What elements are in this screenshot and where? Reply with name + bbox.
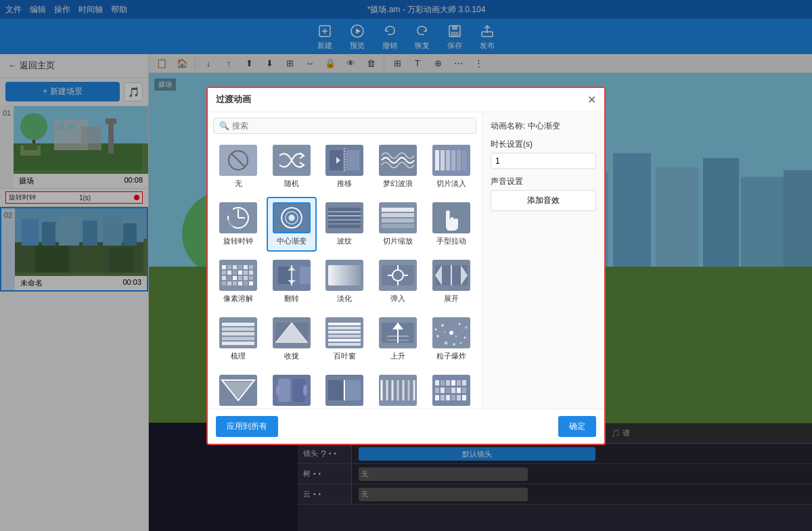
svg-rect-173 [451, 380, 455, 386]
svg-rect-55 [346, 150, 359, 170]
svg-rect-136 [328, 343, 361, 346]
props-panel: 动画名称: 中心渐变 时长设置(s) 声音设置 添加音效 [482, 112, 604, 409]
effect-random[interactable]: 随机 [267, 139, 317, 194]
anim-name-label: 动画名称: 中心渐变 [491, 120, 596, 132]
effect-clock[interactable]: 旋转时钟 [213, 197, 264, 252]
svg-rect-131 [328, 323, 361, 325]
effect-pixel[interactable]: 像素溶解 [213, 254, 264, 309]
effect-particle[interactable]: 粒子爆炸 [426, 312, 476, 367]
effect-22[interactable] [267, 369, 317, 409]
svg-point-142 [449, 331, 453, 335]
effect-21[interactable] [213, 369, 264, 409]
svg-rect-90 [233, 271, 237, 275]
svg-rect-80 [382, 224, 414, 228]
svg-rect-107 [300, 267, 311, 284]
effect-shrink[interactable]: 切片缩放 [373, 197, 424, 252]
effect-shrink-icon [379, 202, 417, 233]
apply-all-button[interactable]: 应用到所有 [216, 416, 278, 437]
svg-point-144 [458, 323, 460, 325]
svg-rect-100 [222, 281, 226, 285]
effect-21-icon [219, 375, 257, 406]
effect-clock-icon [219, 202, 257, 233]
svg-rect-96 [233, 276, 237, 280]
svg-point-158 [276, 385, 280, 396]
effect-flip[interactable]: 翻转 [267, 254, 317, 309]
search-input[interactable] [232, 121, 470, 131]
effect-particle-label: 粒子爆炸 [436, 351, 466, 361]
svg-rect-122 [222, 323, 254, 326]
modal-close-button[interactable]: ✕ [587, 93, 596, 106]
confirm-button[interactable]: 确定 [558, 416, 596, 437]
effect-fade-icon [325, 260, 363, 291]
svg-rect-184 [446, 395, 450, 400]
duration-label: 时长设置(s) [491, 139, 596, 150]
svg-rect-101 [227, 281, 231, 285]
effect-hand[interactable]: 手型拉动 [426, 197, 476, 252]
effect-gather[interactable]: 收拢 [267, 312, 317, 367]
svg-rect-187 [462, 395, 466, 400]
effect-blinds-icon [325, 317, 363, 348]
effect-rise-icon [379, 317, 417, 348]
svg-point-150 [434, 328, 436, 330]
modal-body: 🔍 无 随机 [208, 112, 604, 409]
svg-rect-95 [227, 276, 231, 280]
effect-center-label: 中心渐变 [277, 236, 307, 246]
effect-fade[interactable]: 淡化 [319, 254, 370, 309]
effect-ripple[interactable]: 波纹 [319, 197, 370, 252]
effect-rise[interactable]: 上升 [373, 312, 424, 367]
svg-rect-125 [222, 337, 254, 340]
effect-gather-label: 收拢 [284, 351, 299, 361]
effect-bounce[interactable]: 弹入 [373, 254, 424, 309]
svg-rect-59 [441, 150, 445, 170]
svg-rect-88 [222, 271, 226, 275]
svg-rect-92 [244, 271, 248, 275]
effect-wave[interactable]: 梦幻波浪 [373, 139, 424, 194]
modal-header: 过渡动画 ✕ [208, 88, 604, 112]
effect-random-label: 随机 [284, 179, 299, 189]
svg-rect-85 [238, 265, 242, 269]
effect-slice-fade-label: 切片淡入 [436, 179, 466, 189]
transition-modal: 过渡动画 ✕ 🔍 无 [206, 87, 606, 445]
effect-shrink-label: 切片缩放 [383, 236, 413, 246]
svg-rect-132 [328, 327, 361, 329]
effect-unfold-icon [432, 260, 470, 291]
effect-slice-fade[interactable]: 切片淡入 [426, 139, 476, 194]
effect-none[interactable]: 无 [213, 139, 264, 194]
svg-rect-105 [249, 281, 253, 285]
search-box: 🔍 [213, 118, 476, 134]
svg-rect-72 [328, 208, 361, 228]
svg-rect-99 [249, 276, 253, 280]
svg-rect-106 [278, 267, 290, 284]
svg-rect-102 [233, 281, 237, 285]
svg-point-143 [441, 324, 444, 327]
svg-point-159 [303, 385, 307, 396]
svg-rect-183 [441, 395, 445, 400]
effect-comb[interactable]: 梳理 [213, 312, 264, 367]
effect-pixel-icon [219, 260, 257, 291]
effect-fade-label: 淡化 [337, 294, 352, 304]
effect-random-icon [273, 145, 311, 176]
effect-push[interactable]: 推移 [319, 139, 370, 194]
effect-unfold[interactable]: 展开 [426, 254, 476, 309]
svg-rect-82 [222, 265, 226, 269]
svg-rect-79 [382, 218, 414, 223]
effect-23[interactable] [319, 369, 370, 409]
duration-input[interactable] [491, 153, 596, 169]
duration-row: 时长设置(s) [491, 139, 596, 169]
effect-24[interactable] [373, 369, 424, 409]
effect-24-icon [379, 375, 417, 406]
svg-rect-103 [238, 281, 242, 285]
svg-point-151 [453, 343, 455, 346]
effect-wave-label: 梦幻波浪 [383, 179, 413, 189]
effect-center[interactable]: 中心渐变 [267, 197, 317, 252]
effect-hand-icon [432, 202, 470, 233]
svg-rect-172 [446, 380, 450, 386]
svg-rect-58 [435, 150, 439, 170]
effect-none-icon [219, 145, 257, 176]
svg-rect-87 [249, 265, 253, 269]
svg-marker-68 [223, 220, 233, 229]
effect-particle-icon [432, 317, 470, 348]
effect-blinds[interactable]: 百叶窗 [319, 312, 370, 367]
effect-25[interactable] [426, 369, 476, 409]
add-sound-button[interactable]: 添加音效 [491, 190, 596, 211]
